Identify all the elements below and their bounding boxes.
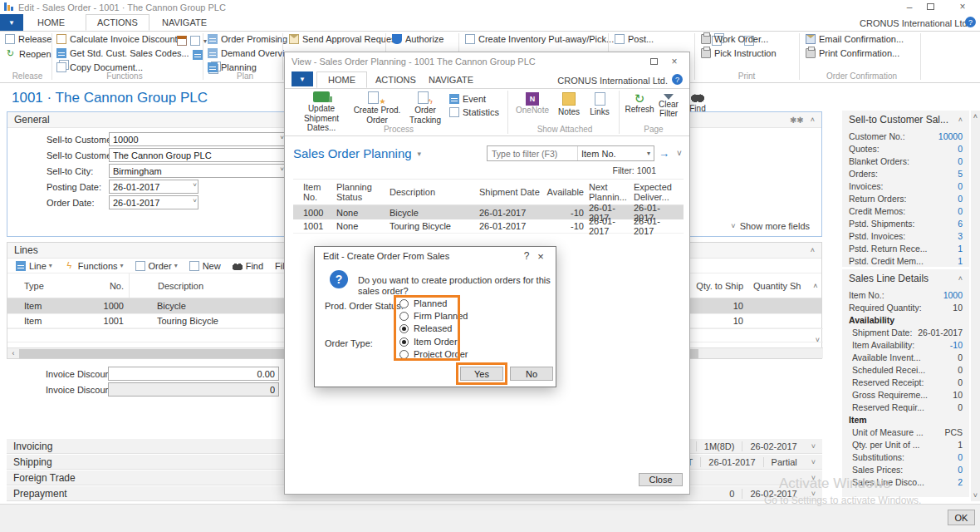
tab-home[interactable]: HOME	[316, 71, 367, 88]
notes-button[interactable]: Notes	[554, 92, 584, 116]
scroll-left-icon[interactable]: ‹	[7, 349, 19, 357]
list-item: Sales Prices:0	[849, 463, 963, 475]
work-order-button[interactable]: Work Order...	[701, 34, 768, 44]
sell-to-customer-name-input[interactable]	[109, 148, 292, 162]
dialog-close-icon[interactable]: ×	[534, 250, 547, 263]
table-row[interactable]: 1001 None Touring Bicycle 26-01-2017 -10…	[293, 219, 684, 234]
restore-icon[interactable]	[927, 3, 934, 10]
posting-date-field[interactable]: ˅	[109, 180, 198, 194]
create-inventory-putaway-button[interactable]: Create Inventory Put-away/Pick...	[465, 34, 614, 44]
get-std-cust-sales-codes-button[interactable]: Get Std. Cust. Sales Codes...	[56, 48, 189, 58]
post-button[interactable]: Post...	[615, 34, 654, 44]
find-planning-button[interactable]: Find	[684, 92, 712, 113]
send-approval-request-button[interactable]: Send Approval Request	[289, 34, 399, 44]
order-promising-button[interactable]: Order Promising	[208, 34, 287, 44]
onenote-button: N OneNote	[514, 92, 551, 115]
factbox-title[interactable]: Sales Line Details˄	[849, 273, 963, 284]
binoculars-icon	[691, 92, 704, 102]
tab-home[interactable]: HOME	[27, 15, 76, 30]
invoice-discount-amount-input[interactable]	[108, 367, 279, 381]
grid-icon[interactable]	[193, 50, 203, 60]
email-confirmation-button[interactable]: Email Confirmation...	[806, 34, 904, 44]
col-qty-shipped[interactable]: Quantity Sh	[743, 281, 810, 291]
tab-actions[interactable]: ACTIONS	[86, 14, 149, 31]
functions-menu-button[interactable]: ϟFunctions▾	[64, 260, 124, 271]
email-icon	[806, 34, 816, 44]
scroll-down-icon[interactable]: ˅	[816, 336, 820, 344]
reopen-button[interactable]: ↻Reopen	[5, 48, 51, 59]
posting-date-input[interactable]	[109, 180, 198, 194]
minimize-icon[interactable]: –	[899, 2, 920, 13]
refresh-button[interactable]: ↻ Refresh	[624, 92, 655, 114]
release-button[interactable]: Release	[5, 34, 51, 44]
pick-instruction-button[interactable]: Pick Instruction	[701, 48, 777, 58]
sidebar-scrollbar[interactable]: ˄ ˅	[971, 111, 980, 501]
list-item: Available Invent...0	[849, 351, 963, 363]
scroll-up-icon[interactable]: ˄	[810, 282, 821, 290]
close-icon[interactable]: ×	[952, 1, 973, 12]
apply-filter-icon[interactable]: →	[659, 147, 669, 160]
chevron-down-icon[interactable]: ▾	[647, 150, 654, 157]
close-icon[interactable]: ×	[666, 56, 683, 67]
find-button[interactable]: Find	[233, 261, 263, 271]
links-icon	[595, 92, 605, 106]
calculate-invoice-discount-button[interactable]: Calculate Invoice Discount	[56, 34, 178, 44]
authorize-button[interactable]: Authorize	[392, 34, 443, 44]
customize-icon[interactable]: ✱✱	[790, 116, 804, 125]
col-no[interactable]: No.	[66, 281, 124, 291]
scroll-down-icon[interactable]: ˅	[971, 491, 980, 500]
col-description[interactable]: Description	[129, 273, 299, 298]
restore-icon[interactable]	[650, 58, 658, 65]
chevron-down-icon[interactable]: ˅	[193, 197, 197, 204]
item-no-link[interactable]: 1000	[943, 290, 963, 300]
order-tracking-button[interactable]: ϟ Order Tracking	[404, 91, 446, 125]
app-menu-button[interactable]: ▼	[292, 71, 313, 86]
new-line-button[interactable]: New	[189, 261, 221, 271]
tab-navigate[interactable]: NAVIGATE	[151, 15, 218, 30]
chevron-down-icon[interactable]: ˅	[193, 181, 197, 189]
scroll-up-icon[interactable]: ˄	[971, 111, 980, 121]
line-menu-button[interactable]: Line▾	[16, 261, 52, 271]
calendar-icon[interactable]	[177, 36, 187, 46]
chevron-down-icon[interactable]: ▾	[418, 150, 422, 158]
chevron-down-icon[interactable]: ˅	[811, 442, 816, 451]
filter-input[interactable]	[488, 149, 577, 159]
filter-field-select[interactable]: Item No.	[578, 149, 620, 159]
new-icon	[189, 261, 199, 271]
ok-button[interactable]: OK	[948, 510, 975, 525]
event-button[interactable]: Event	[449, 94, 486, 104]
clear-filter-button[interactable]: Clear Filter	[655, 92, 682, 118]
sell-to-customer-no-field[interactable]: ˅	[109, 132, 286, 146]
line-icon	[16, 261, 26, 271]
sell-to-city-input[interactable]	[109, 164, 286, 178]
app-menu-button[interactable]: ▼	[0, 14, 23, 31]
order-date-input[interactable]	[109, 195, 198, 209]
dialog-help-icon[interactable]: ?	[519, 250, 534, 262]
customer-no-link[interactable]: 10000	[938, 131, 963, 141]
help-icon[interactable]: ?	[965, 17, 976, 27]
list-item: Qty. per Unit of ...1	[849, 438, 963, 451]
collapse-icon[interactable]: ˄	[958, 116, 963, 124]
sell-to-city-field[interactable]: ˅	[109, 164, 286, 178]
order-date-field[interactable]: ˅	[109, 195, 198, 209]
sell-to-customer-no-input[interactable]	[109, 132, 286, 146]
new-document-dropdown[interactable]: ▾	[190, 36, 207, 46]
print-confirmation-button[interactable]: Print Confirmation...	[806, 48, 899, 58]
tab-navigate[interactable]: NAVIGATE	[418, 72, 484, 87]
collapse-general-icon[interactable]: ˄	[811, 116, 815, 124]
chevron-down-icon[interactable]: ˅	[677, 149, 682, 158]
collapse-icon[interactable]: ˄	[958, 274, 963, 283]
collapse-lines-icon[interactable]: ˄	[811, 246, 815, 254]
statistics-button[interactable]: Statistics	[449, 107, 499, 117]
col-type[interactable]: Type	[7, 281, 66, 291]
activate-windows-watermark-sub: Go to Settings to activate Windows.	[764, 495, 921, 506]
chevron-down-icon[interactable]: ˅	[811, 458, 816, 466]
links-button[interactable]: Links	[586, 92, 614, 116]
create-prod-order-button[interactable]: ★ Create Prod. Order	[353, 91, 401, 125]
close-button[interactable]: Close	[639, 473, 683, 486]
help-icon[interactable]: ?	[672, 74, 683, 85]
order-menu-button[interactable]: Order▾	[135, 261, 178, 271]
factbox-title[interactable]: Sell-to Customer Sal...˄	[849, 114, 963, 126]
show-more-fields-button[interactable]: ˅ Show more fields	[731, 221, 810, 231]
no-button[interactable]: No	[510, 367, 553, 381]
